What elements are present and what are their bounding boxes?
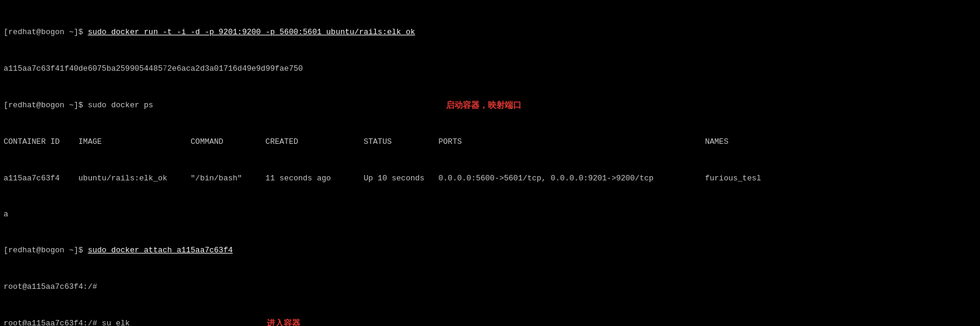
terminal-line-6: [redhat@bogon ~]$ sudo docker attach a11… bbox=[4, 244, 976, 256]
terminal-line-3: [redhat@bogon ~]$ sudo docker ps启动容器，映射端… bbox=[4, 99, 976, 112]
terminal-line-8: root@a115aa7c63f4:/# su elk进入容器 bbox=[4, 317, 976, 326]
terminal-line-5b: a bbox=[4, 209, 976, 221]
terminal-line-5-data: a115aa7c63f4 ubuntu/rails:elk_ok "/bin/b… bbox=[4, 173, 976, 185]
terminal-window: [redhat@bogon ~]$ sudo docker run -t -i … bbox=[0, 0, 980, 326]
annotation-enter-container: 进入容器 bbox=[267, 317, 300, 326]
terminal-line-1: [redhat@bogon ~]$ sudo docker run -t -i … bbox=[4, 26, 976, 38]
terminal-line-4-header: CONTAINER ID IMAGE COMMAND CREATED STATU… bbox=[4, 136, 976, 148]
terminal-line-2: a115aa7c63f41f40de6075ba259905448572e6ac… bbox=[4, 63, 976, 75]
annotation-start-container: 启动容器，映射端口 bbox=[446, 99, 521, 112]
terminal-line-7: root@a115aa7c63f4:/# bbox=[4, 281, 976, 293]
